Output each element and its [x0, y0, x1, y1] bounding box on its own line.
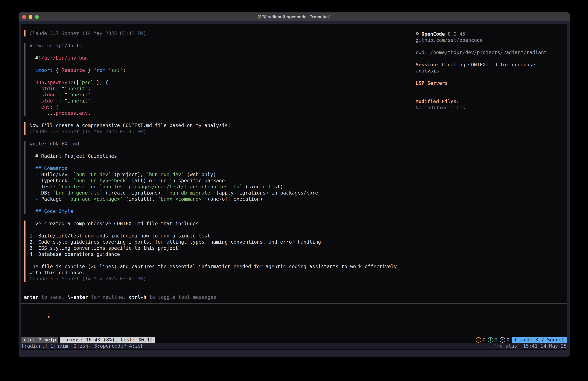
sidebar-line: No modified files: [416, 105, 569, 111]
model-label: Claude 3.7 Sonnet: [515, 337, 565, 343]
tokens-label: Tokens: 16.4K (8%), Cost: $0.12: [63, 337, 153, 343]
diagnostic-counters: w0i0h0: [476, 337, 509, 343]
message-block: I've created a comprehensive CONTEXT.md …: [24, 221, 403, 282]
chat-line: #!/usr/bin/env bun: [30, 55, 403, 61]
chat-line: Bun.spawnSync([`psql`], {: [30, 79, 403, 86]
sidebar-line: [416, 74, 569, 80]
chat-line: - Package: `bun add <package>` (install)…: [30, 196, 403, 202]
status-bar: ctrl+? help Tokens: 16.4K (8%), Cost: $0…: [21, 337, 567, 343]
chat-line: View: script/db.ts: [30, 43, 403, 49]
chat-line: [30, 257, 403, 264]
sidebar-line: cwd: /home/thdxr/dev/projects/radiant/ra…: [416, 49, 569, 56]
prompt-caret: >: [47, 314, 50, 320]
chat-line: Claude 3.7 Sonnet (14 May 2025 03:41 PM): [30, 129, 403, 135]
chat-line: [30, 49, 403, 55]
i-counter: i0: [488, 337, 498, 343]
message-block: Now I'll create a comprehensive CONTEXT.…: [24, 122, 403, 135]
i-circle-icon: i: [488, 337, 493, 343]
counter-value: 0: [483, 337, 485, 343]
chat-line: with this codebase.: [30, 269, 403, 276]
chat-line: 3. CSS styling conventions specific to t…: [30, 245, 403, 251]
tmux-status-bar: [radiant] 1:nvim 2:zsh- 3:opencode* 4:zs…: [21, 343, 567, 349]
sidebar-line: analysis: [416, 68, 569, 74]
chat-line: env: {: [30, 104, 403, 110]
tmux-windows[interactable]: [radiant] 1:nvim 2:zsh- 3:opencode* 4:zs…: [21, 343, 144, 349]
chat-line: # Radiant Project Guidelines: [30, 153, 403, 159]
chat-line: [30, 159, 403, 165]
w-circle-icon: w: [476, 337, 481, 343]
w-counter: w0: [476, 337, 485, 343]
sidebar-line: [416, 92, 569, 98]
chat-line: ...process.env,: [30, 110, 403, 116]
help-label: ctrl+? help: [24, 337, 56, 343]
chat-line: The file is concise (20 lines) and captu…: [30, 264, 403, 269]
input-separator: [21, 303, 567, 304]
chat-line: - TypeCheck: `bun run typecheck` (all) o…: [30, 178, 403, 184]
chat-line: ## Code Style: [30, 208, 403, 214]
chat-line: Claude 3.7 Sonnet (14 May 2025 03:41 PM): [30, 276, 403, 282]
chat-line: I've created a comprehensive CONTEXT.md …: [30, 221, 403, 227]
chat-line: [30, 73, 403, 79]
status-spacer: [155, 337, 476, 343]
sidebar-line: [416, 43, 569, 49]
chat-line: stderr: "inherit",: [30, 98, 403, 104]
sidebar-line: github.com/sst/opencode: [416, 37, 569, 43]
h-counter: h0: [500, 337, 509, 343]
chat-line: 4. Database operations guidance: [30, 251, 403, 257]
chat-line: import { Resource } from "sst";: [30, 67, 403, 73]
sidebar-line: [416, 86, 569, 92]
help-badge[interactable]: ctrl+? help: [21, 337, 58, 343]
desktop: [2/3] radiant:3:opencode - "romulus" Cla…: [0, 0, 588, 381]
counter-value: 0: [506, 337, 509, 343]
sidebar-line: Session: Creating CONTEXT.md for codebas…: [416, 62, 569, 68]
chat-line: Now I'll create a comprehensive CONTEXT.…: [30, 122, 403, 129]
chat-line: - Test: `bun test` or `bun test packages…: [30, 184, 403, 190]
keybinding-hint: enter to send, \+enter for newline, ctrl…: [24, 294, 216, 300]
chat-line: - Build/Dev: `bun run dev` (project), `b…: [30, 171, 403, 178]
chat-line: stdout: "inherit",: [30, 92, 403, 98]
sidebar-line: LSP Servers: [416, 80, 569, 86]
message-block: Write: CONTEXT.md # Radiant Project Guid…: [24, 141, 403, 214]
chat-line: Claude 3.7 Sonnet (14 May 2025 03:41 PM): [30, 30, 403, 37]
prompt-input[interactable]: >: [24, 308, 50, 326]
h-circle-icon: h: [500, 337, 505, 343]
sidebar-line: [416, 56, 569, 62]
chat-line: - DB: `bun db generate` (create migratio…: [30, 190, 403, 196]
counter-value: 0: [495, 337, 498, 343]
chat-column: Claude 3.7 Sonnet (14 May 2025 03:41 PM)…: [24, 30, 403, 288]
chat-line: 2. Code style guidelines covering import…: [30, 239, 403, 245]
terminal-content: Claude 3.7 Sonnet (14 May 2025 03:41 PM)…: [21, 24, 567, 350]
tmux-session-clock: "romulus" 15:41 14-May-25: [494, 343, 567, 349]
chat-line: [30, 147, 403, 153]
tokens-cost-badge: Tokens: 16.4K (8%), Cost: $0.12: [60, 337, 155, 343]
chat-line: [30, 202, 403, 208]
info-sidebar: © OpenCode 0.0.45github.com/sst/opencode…: [416, 31, 569, 111]
chat-line: 1. Build/lint/test commands including ho…: [30, 233, 403, 239]
chat-line: stdin: "inherit",: [30, 86, 403, 92]
model-badge[interactable]: Claude 3.7 Sonnet: [512, 337, 567, 343]
sidebar-line: Modified Files:: [416, 98, 569, 105]
chat-line: ## Commands: [30, 165, 403, 171]
terminal-window: [2/3] radiant:3:opencode - "romulus" Cla…: [19, 12, 570, 357]
chat-line: [30, 227, 403, 233]
chat-line: [30, 61, 403, 67]
window-titlebar[interactable]: [2/3] radiant:3:opencode - "romulus": [19, 12, 570, 21]
sidebar-line: © OpenCode 0.0.45: [416, 31, 569, 37]
chat-line: Write: CONTEXT.md: [30, 141, 403, 147]
message-block: Claude 3.7 Sonnet (14 May 2025 03:41 PM): [24, 30, 403, 37]
message-block: View: script/db.ts #!/usr/bin/env bun im…: [24, 43, 403, 116]
window-title: [2/3] radiant:3:opencode - "romulus": [19, 12, 570, 21]
